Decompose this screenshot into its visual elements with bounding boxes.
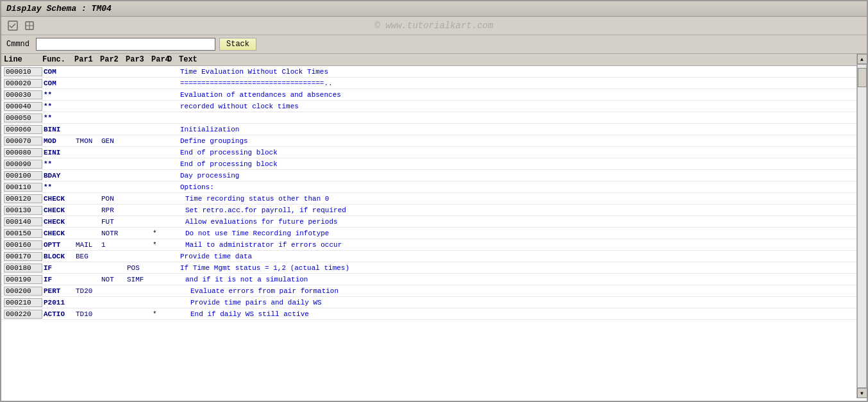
cell-func: ** bbox=[44, 183, 76, 191]
command-label: Cmmnd bbox=[6, 40, 32, 49]
table-row[interactable]: 000220 ACTIO TD10 * End if daily WS stil… bbox=[1, 308, 856, 320]
cell-par1: BEG bbox=[76, 253, 101, 260]
cell-func: ** bbox=[44, 91, 76, 99]
col-header-par1: Par1 bbox=[74, 55, 100, 64]
cell-line: 000160 bbox=[4, 240, 42, 249]
cell-par1: TMON bbox=[76, 137, 101, 145]
cell-text: End of processing block bbox=[180, 149, 854, 156]
table-row[interactable]: 000120 CHECK PON Time recording status o… bbox=[1, 193, 856, 205]
cell-line: 000140 bbox=[4, 217, 42, 226]
cell-par2: NOT bbox=[101, 276, 127, 283]
cell-text: If Time Mgmt status = 1,2 (actual times) bbox=[180, 264, 854, 272]
save-icon[interactable] bbox=[6, 19, 19, 32]
command-input[interactable] bbox=[36, 38, 215, 51]
cell-func: ** bbox=[44, 114, 76, 122]
column-headers: Line Func. Par1 Par2 Par3 Par4 D Text bbox=[1, 54, 856, 66]
cell-func: MOD bbox=[44, 137, 76, 145]
toolbar: © www.tutorialkart.com bbox=[1, 17, 867, 35]
table-row[interactable]: 000060 BINI Initialization bbox=[1, 124, 856, 135]
table-row[interactable]: 000190 IF NOT SIMF and if it is not a si… bbox=[1, 274, 856, 285]
cell-func: ** bbox=[44, 103, 76, 110]
table-row[interactable]: 000050 ** bbox=[1, 112, 856, 124]
col-header-par2: Par2 bbox=[100, 55, 126, 64]
col-header-par4: Par4 bbox=[151, 55, 167, 64]
cell-line: 000030 bbox=[4, 90, 42, 99]
table-row[interactable]: 000030 ** Evaluation of attendances and … bbox=[1, 89, 856, 101]
cell-line: 000130 bbox=[4, 206, 42, 215]
cell-func: BINI bbox=[44, 126, 76, 133]
table-row[interactable]: 000090 ** End of processing block bbox=[1, 158, 856, 170]
cell-func: IF bbox=[44, 264, 76, 272]
cell-par4: * bbox=[153, 310, 169, 318]
cell-text: Provide time data bbox=[180, 253, 854, 260]
cell-line: 000180 bbox=[4, 264, 42, 272]
table-row[interactable]: 000080 EINI End of processing block bbox=[1, 147, 856, 158]
cell-par1: TD10 bbox=[76, 310, 101, 318]
cell-par3: POS bbox=[127, 264, 153, 272]
cell-func: PERT bbox=[44, 287, 76, 295]
scroll-down-button[interactable]: ▼ bbox=[857, 388, 867, 398]
cell-text: Evaluate errors from pair formation bbox=[180, 287, 854, 295]
table-row[interactable]: 000210 P2011 Provide time pairs and dail… bbox=[1, 297, 856, 308]
table-row[interactable]: 000130 CHECK RPR Set retro.acc.for payro… bbox=[1, 205, 856, 216]
cell-text: Define groupings bbox=[180, 137, 854, 145]
cell-func: CHECK bbox=[44, 230, 76, 237]
cell-text: Provide time pairs and daily WS bbox=[180, 299, 854, 306]
table-row[interactable]: 000100 BDAY Day processing bbox=[1, 170, 856, 181]
scroll-thumb[interactable] bbox=[858, 68, 867, 87]
vertical-scrollbar[interactable]: ▲ ▼ bbox=[856, 54, 867, 398]
cell-par2: GEN bbox=[101, 137, 127, 145]
table-row[interactable]: 000170 BLOCK BEG Provide time data bbox=[1, 251, 856, 262]
col-header-d: D bbox=[167, 55, 179, 64]
scroll-up-button[interactable]: ▲ bbox=[857, 54, 867, 64]
cell-text: Time Evaluation Without Clock Times bbox=[180, 68, 854, 76]
col-header-line: Line bbox=[4, 55, 42, 64]
cell-text: Allow evaluations for future periods bbox=[180, 218, 854, 226]
cell-func: COM bbox=[44, 68, 76, 76]
cell-func: CHECK bbox=[44, 195, 76, 203]
cell-text: recorded without clock times bbox=[180, 103, 854, 110]
table-row[interactable]: 000070 MOD TMON GEN Define groupings bbox=[1, 135, 856, 147]
cell-func: CHECK bbox=[44, 218, 76, 226]
cell-func: ** bbox=[44, 160, 76, 168]
watermark: © www.tutorialkart.com bbox=[375, 21, 494, 31]
table-row[interactable]: 000160 OPTT MAIL 1 * Mail to administrat… bbox=[1, 239, 856, 251]
cell-func: ACTIO bbox=[44, 310, 76, 318]
main-window: Display Schema : TM04 © www.tutorialkart… bbox=[0, 0, 868, 402]
cell-line: 000090 bbox=[4, 160, 42, 169]
table-row[interactable]: 000110 ** Options: bbox=[1, 181, 856, 193]
scroll-track[interactable] bbox=[857, 64, 867, 388]
table-row[interactable]: 000040 ** recorded without clock times bbox=[1, 101, 856, 112]
cell-line: 000020 bbox=[4, 79, 42, 88]
table-body: 000010 COM Time Evaluation Without Clock… bbox=[1, 66, 856, 396]
main-content-area: Line Func. Par1 Par2 Par3 Par4 D Text 00… bbox=[1, 54, 867, 398]
cell-text: End of processing block bbox=[180, 160, 854, 168]
content-panel: Line Func. Par1 Par2 Par3 Par4 D Text 00… bbox=[1, 54, 856, 398]
table-row[interactable]: 000150 CHECK NOTR * Do not use Time Reco… bbox=[1, 228, 856, 239]
cell-func: COM bbox=[44, 80, 76, 87]
col-header-par3: Par3 bbox=[126, 55, 151, 64]
cell-par2: RPR bbox=[101, 206, 127, 214]
cell-line: 000080 bbox=[4, 148, 42, 157]
pin-icon[interactable] bbox=[23, 19, 36, 32]
cell-par2: FUT bbox=[101, 218, 127, 226]
cell-func: P2011 bbox=[44, 299, 76, 306]
table-row[interactable]: 000020 COM =============================… bbox=[1, 78, 856, 89]
table-row[interactable]: 000200 PERT TD20 Evaluate errors from pa… bbox=[1, 285, 856, 297]
table-row[interactable]: 000180 IF POS If Time Mgmt status = 1,2 … bbox=[1, 262, 856, 274]
table-row[interactable]: 000010 COM Time Evaluation Without Clock… bbox=[1, 66, 856, 78]
cell-par2: 1 bbox=[101, 241, 127, 249]
cell-par3: SIMF bbox=[127, 276, 153, 283]
table-row[interactable]: 000140 CHECK FUT Allow evaluations for f… bbox=[1, 216, 856, 228]
cell-par1: TD20 bbox=[76, 287, 101, 295]
stack-button[interactable]: Stack bbox=[219, 38, 256, 51]
cell-line: 000120 bbox=[4, 194, 42, 203]
cell-text: Set retro.acc.for payroll, if required bbox=[180, 206, 854, 214]
cell-line: 000110 bbox=[4, 183, 42, 192]
cell-func: EINI bbox=[44, 149, 76, 156]
cell-func: IF bbox=[44, 276, 76, 283]
cell-text: and if it is not a simulation bbox=[180, 276, 854, 283]
cell-text: Mail to administrator if errors occur bbox=[180, 241, 854, 249]
cell-line: 000010 bbox=[4, 67, 42, 76]
cell-line: 000040 bbox=[4, 102, 42, 111]
